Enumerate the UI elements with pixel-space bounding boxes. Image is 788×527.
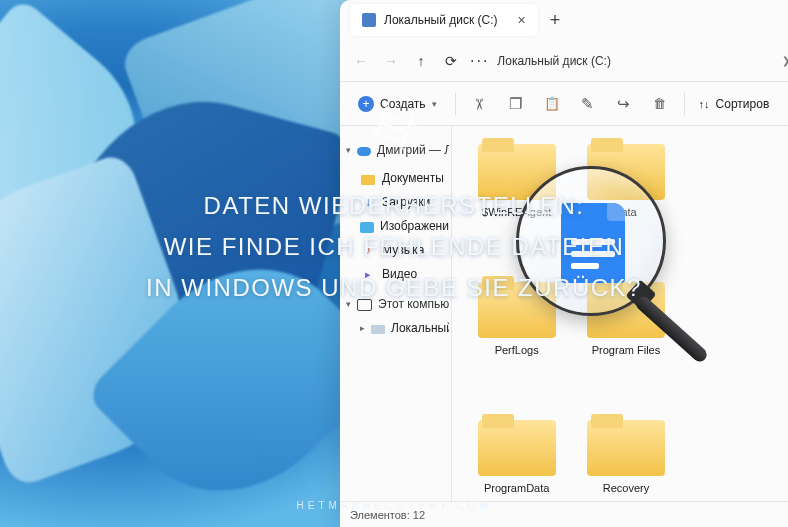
- delete-icon[interactable]: [644, 88, 676, 120]
- folder-icon: [478, 276, 556, 338]
- folder-item[interactable]: Recovery: [575, 414, 676, 501]
- folder-item[interactable]: Program Files: [575, 276, 676, 406]
- sort-label: Сортиров: [716, 97, 770, 111]
- folder-icon: [478, 414, 556, 476]
- sidebar-item-label: Документы: [382, 171, 444, 185]
- sort-button[interactable]: Сортиров: [693, 97, 776, 111]
- status-bar: Элементов: 12: [340, 501, 788, 527]
- expand-icon[interactable]: ▸: [360, 323, 365, 333]
- sidebar-item-label: Изображения: [380, 219, 449, 233]
- expand-icon[interactable]: ▾: [346, 145, 351, 155]
- music-icon: [360, 242, 376, 258]
- video-icon: [360, 266, 376, 282]
- copy-icon[interactable]: [500, 88, 532, 120]
- file-explorer-window: Локальный диск (C:) × + ← → ↑ ⟳ ··· Лока…: [340, 0, 788, 527]
- separator: [684, 93, 685, 115]
- sidebar-item-computer[interactable]: ▾ Этот компьютер: [342, 292, 449, 316]
- sidebar-item-label: Загрузки: [382, 195, 430, 209]
- toolbar: + Создать ▾ Сортиров: [340, 82, 788, 126]
- new-button[interactable]: + Создать ▾: [348, 90, 447, 118]
- sidebar-item-documents[interactable]: Документы: [342, 166, 449, 190]
- paste-icon[interactable]: [536, 88, 568, 120]
- rename-icon[interactable]: [572, 88, 604, 120]
- folder-icon: [587, 276, 665, 338]
- chevron-down-icon: ▾: [432, 99, 437, 109]
- sidebar-item-images[interactable]: Изображения: [342, 214, 449, 238]
- nav-bar: ← → ↑ ⟳ ··· Локальный диск (C:) ❯: [340, 40, 788, 82]
- sidebar-item-user[interactable]: ▾ Дмитрий — Лич: [342, 138, 449, 162]
- cut-icon[interactable]: [464, 88, 496, 120]
- sidebar: ▾ Дмитрий — Лич Документы Загрузки Изобр…: [340, 126, 452, 501]
- window-tab[interactable]: Локальный диск (C:) ×: [350, 4, 538, 36]
- image-icon: [360, 218, 374, 234]
- close-tab-icon[interactable]: ×: [518, 12, 526, 28]
- sidebar-item-label: Музыка: [382, 243, 424, 257]
- status-text: Элементов: 12: [350, 509, 425, 521]
- plus-icon: +: [358, 96, 374, 112]
- content-pane[interactable]: $WinREAgent data PerfLogs Program Files …: [452, 126, 788, 501]
- new-button-label: Создать: [380, 97, 426, 111]
- folder-icon: [587, 138, 665, 200]
- nav-forward-icon: →: [380, 53, 402, 69]
- breadcrumb-overflow-icon[interactable]: ···: [470, 52, 489, 70]
- breadcrumb[interactable]: Локальный диск (C:): [497, 54, 774, 68]
- sidebar-item-downloads[interactable]: Загрузки: [342, 190, 449, 214]
- sidebar-item-music[interactable]: Музыка: [342, 238, 449, 262]
- folder-label: ProgramData: [484, 482, 549, 494]
- expand-icon[interactable]: ▾: [346, 299, 351, 309]
- explorer-body: ▾ Дмитрий — Лич Документы Загрузки Изобр…: [340, 126, 788, 501]
- computer-icon: [357, 296, 372, 312]
- nav-refresh-icon[interactable]: ⟳: [440, 53, 462, 69]
- title-bar: Локальный диск (C:) × +: [340, 0, 788, 40]
- folder-label: Recovery: [603, 482, 649, 494]
- folder-icon: [360, 170, 376, 186]
- folder-item[interactable]: ProgramData: [466, 414, 567, 501]
- folder-label: Program Files: [592, 344, 660, 356]
- sidebar-item-video[interactable]: Видео: [342, 262, 449, 286]
- folder-label: data: [615, 206, 636, 218]
- drive-icon: [362, 13, 376, 27]
- separator: [455, 93, 456, 115]
- sidebar-item-drive[interactable]: ▸ Локальный ди: [342, 316, 449, 340]
- folder-icon: [478, 138, 556, 200]
- nav-up-icon[interactable]: ↑: [410, 53, 432, 69]
- sidebar-item-label: Дмитрий — Лич: [377, 143, 449, 157]
- folder-label: $WinREAgent: [482, 206, 551, 218]
- folder-item[interactable]: data: [575, 138, 676, 268]
- folder-label: PerfLogs: [495, 344, 539, 356]
- nav-back-icon: ←: [350, 53, 372, 69]
- sort-icon: [699, 97, 710, 111]
- download-icon: [360, 194, 376, 210]
- sidebar-item-label: Локальный ди: [391, 321, 449, 335]
- sidebar-item-label: Этот компьютер: [378, 297, 449, 311]
- share-icon[interactable]: [608, 88, 640, 120]
- cloud-icon: [357, 142, 371, 158]
- tab-title: Локальный диск (C:): [384, 13, 498, 27]
- chevron-right-icon[interactable]: ❯: [782, 55, 788, 66]
- folder-icon: [587, 414, 665, 476]
- folder-item[interactable]: $WinREAgent: [466, 138, 567, 268]
- new-tab-button[interactable]: +: [550, 10, 561, 31]
- folder-item[interactable]: PerfLogs: [466, 276, 567, 406]
- drive-icon: [371, 320, 385, 336]
- sidebar-item-label: Видео: [382, 267, 417, 281]
